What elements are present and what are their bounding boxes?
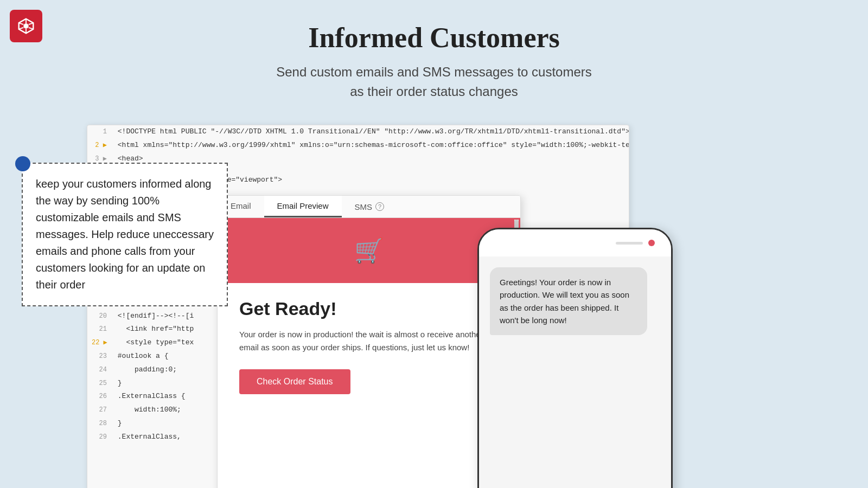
- tab-sms[interactable]: SMS ?: [342, 196, 398, 217]
- email-body-text: Your order is now in production! the wai…: [239, 328, 499, 354]
- page-title: Informed Customers: [0, 22, 868, 54]
- email-preview-panel: Email Email Preview SMS ? 🛒 Get Ready! Y…: [217, 195, 521, 488]
- code-line-1: 1 <!DOCTYPE html PUBLIC "-//W3C//DTD XHT…: [87, 125, 629, 139]
- email-title: Get Ready!: [239, 298, 499, 319]
- content-area: 1 <!DOCTYPE html PUBLIC "-//W3C//DTD XHT…: [0, 108, 868, 488]
- email-tabs-bar: Email Email Preview SMS ?: [218, 196, 520, 218]
- phone-mockup: Greetings! Your order is now in producti…: [477, 228, 673, 488]
- check-order-button[interactable]: Check Order Status: [239, 369, 350, 394]
- cart-icon: 🛒: [354, 236, 384, 265]
- callout-dot: [15, 156, 30, 171]
- phone-content: Greetings! Your order is now in producti…: [479, 256, 671, 488]
- logo-icon: [16, 16, 36, 36]
- code-line-2: 2 ▶ <html xmlns="http://www.w3.org/1999/…: [87, 139, 629, 152]
- callout-text: keep your customers informed along the w…: [36, 176, 214, 293]
- callout-box: keep your customers informed along the w…: [22, 163, 228, 306]
- tab-email-preview[interactable]: Email Preview: [264, 196, 342, 217]
- svg-point-2: [23, 23, 29, 29]
- sms-help-icon: ?: [375, 202, 384, 211]
- page-header: Informed Customers Send custom emails an…: [0, 0, 868, 101]
- email-body: Get Ready! Your order is now in producti…: [218, 283, 520, 409]
- email-header-banner: 🛒: [218, 218, 520, 283]
- sms-message-bubble: Greetings! Your order is now in producti…: [490, 267, 647, 335]
- page-subtitle: Send custom emails and SMS messages to c…: [0, 62, 868, 101]
- phone-camera: [648, 240, 655, 246]
- phone-top-bar: [479, 229, 671, 256]
- phone-speaker: [616, 242, 643, 245]
- app-logo: [10, 10, 42, 42]
